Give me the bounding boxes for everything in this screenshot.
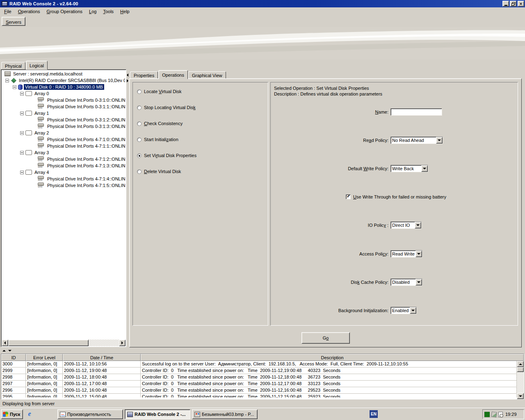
tree-item-drive[interactable]: SAS Physical Drive Int.Ports 0-3:1:2::ON…	[2, 116, 125, 123]
scroll-left-button[interactable]	[2, 340, 8, 346]
dropdown-button[interactable]	[415, 279, 422, 285]
tree-item-drive[interactable]: SAS Physical Drive Int.Ports 4-7:1:4::ON…	[2, 176, 125, 182]
close-button[interactable]: ×	[518, 1, 524, 7]
radio-set-virtual-disk-properties[interactable]: Set Virtual Disk Properties	[137, 152, 196, 159]
tray-app-icon[interactable]	[491, 411, 497, 418]
dropdown-button[interactable]	[410, 307, 416, 314]
tree-item-drive[interactable]: SAS Physical Drive Int.Ports 0-3:1:3::ON…	[2, 123, 125, 130]
collapse-minus-icon[interactable]	[20, 92, 24, 96]
radio-selected-icon[interactable]	[137, 153, 142, 158]
scrollbar-track[interactable]	[517, 372, 524, 393]
tree-item-server[interactable]: Server : serversql.metida.localhost	[2, 71, 125, 77]
internet-explorer-icon[interactable]: e	[25, 410, 34, 418]
scroll-down-button[interactable]	[517, 393, 524, 399]
menu-help[interactable]: Help	[117, 8, 133, 16]
dropdown-button[interactable]	[421, 165, 428, 172]
battery-checkbox-label: Use Write Through for failed or missing …	[353, 194, 446, 199]
restore-button[interactable]	[510, 1, 516, 7]
radio-delete-virtual-disk[interactable]: Delete Virtual Disk	[137, 168, 181, 175]
scroll-up-button[interactable]	[517, 361, 524, 367]
tree-item-drive[interactable]: SAS Physical Drive Int.Ports 0-3:1:1::ON…	[2, 103, 125, 110]
tree-item-array-0[interactable]: Array 0	[2, 90, 125, 97]
radio-icon[interactable]	[137, 105, 142, 110]
radio-check-consistency[interactable]: Check Consistency	[137, 120, 183, 127]
dropdown-button[interactable]	[415, 251, 422, 257]
menu-log[interactable]: Log	[86, 8, 100, 16]
menu-tools[interactable]: Tools	[100, 8, 117, 16]
menu-group-operations[interactable]: Group Operations	[43, 8, 86, 16]
radio-icon[interactable]	[137, 169, 142, 174]
radio-icon[interactable]	[137, 89, 142, 94]
log-row[interactable]: 2999 [Information, 0] 2009-11-12, 19:00:…	[1, 368, 517, 374]
tree-item-controller[interactable]: Intel(R) RAID Controller SRCSASBB8I (Bus…	[2, 77, 125, 84]
task-button-raid-console[interactable]: RAID Web Console 2 -...	[125, 409, 190, 419]
go-button[interactable]: Go	[301, 332, 350, 344]
radio-stop-locating-virtual-disk[interactable]: Stop Locating Virtual Disk	[137, 104, 196, 111]
collapse-minus-icon[interactable]	[5, 79, 9, 82]
scrollbar-thumb[interactable]	[517, 367, 524, 372]
menu-operations[interactable]: Operations	[15, 8, 43, 16]
log-row[interactable]: 2998 [Information, 0] 2009-11-12, 18:00:…	[1, 374, 517, 381]
battery-checkbox-row[interactable]: Use Write Through for failed or missing …	[346, 193, 446, 201]
collapse-minus-icon[interactable]	[13, 85, 16, 89]
start-button[interactable]: Пуск	[1, 409, 23, 419]
name-input[interactable]	[390, 108, 442, 116]
task-button-perfmon[interactable]: Производительность	[57, 409, 123, 419]
write-policy-select[interactable]: Write Back	[390, 165, 428, 172]
tree-item-virtual-disk[interactable]: Virtual Disk 0 : RAID 10 : 348090.0 MB	[2, 84, 125, 90]
tree-item-drive[interactable]: SAS Physical Drive Int.Ports 4-7:1:2::ON…	[2, 156, 125, 162]
dropdown-button[interactable]	[415, 222, 421, 228]
tree-item-array-3[interactable]: Array 3	[2, 149, 125, 156]
tree-item-drive[interactable]: SAS Physical Drive Int.Ports 0-3:1:0::ON…	[2, 97, 125, 103]
dropdown-button[interactable]	[436, 137, 443, 144]
log-header-date-time[interactable]: Date / Time	[63, 354, 141, 361]
log-header-id[interactable]: ID	[1, 354, 26, 361]
tree-item-drive[interactable]: SAS Physical Drive Int.Ports 4-7:1:0::ON…	[2, 136, 125, 143]
tab-logical[interactable]: Logical	[26, 61, 48, 70]
tree-item-drive[interactable]: SAS Physical Drive Int.Ports 4-7:1:1::ON…	[2, 143, 125, 149]
scrollbar-track[interactable]	[89, 340, 119, 346]
tab-operations[interactable]: Operations	[158, 70, 188, 79]
splitter-down-button[interactable]	[7, 349, 12, 352]
splitter-up-button[interactable]	[1, 349, 7, 352]
log-splitter[interactable]	[0, 348, 525, 353]
radio-icon[interactable]	[137, 121, 142, 126]
scrollbar-thumb[interactable]	[8, 340, 89, 346]
tree-item-drive[interactable]: SAS Physical Drive Int.Ports 4-7:1:5::ON…	[2, 182, 125, 189]
scroll-right-button[interactable]	[119, 340, 126, 346]
collapse-minus-icon[interactable]	[20, 112, 24, 115]
tree-item-array-2[interactable]: Array 2	[2, 130, 125, 136]
splitter-collapse-left-icon[interactable]	[127, 73, 128, 77]
tab-physical[interactable]: Physical	[1, 62, 25, 70]
splitter-collapse-right-icon[interactable]	[127, 79, 128, 82]
log-header-error-level[interactable]: Error Level	[26, 354, 63, 361]
tray-scheduler-icon[interactable]	[498, 412, 503, 417]
operations-tab-panel: Locate Virtual Disk Stop Locating Virtua…	[129, 78, 522, 347]
collapse-minus-icon[interactable]	[20, 171, 24, 174]
menu-file[interactable]: File	[1, 8, 15, 16]
radio-locate-virtual-disk[interactable]: Locate Virtual Disk	[137, 88, 182, 95]
radio-start-initialization[interactable]: Start Initialization	[137, 136, 178, 143]
access-policy-select[interactable]: Read Write	[390, 250, 422, 258]
checkbox-checked-icon[interactable]	[346, 194, 351, 199]
disk-cache-policy-select[interactable]: Disabled	[390, 278, 422, 286]
tray-grid-icon[interactable]	[484, 412, 490, 417]
tree-item-drive[interactable]: SAS Physical Drive Int.Ports 4-7:1:3::ON…	[2, 162, 125, 169]
collapse-minus-icon[interactable]	[20, 131, 24, 135]
servers-button[interactable]: Servers	[2, 17, 25, 26]
task-button-paint[interactable]: Безымянный03.bmp - P...	[192, 409, 258, 419]
radio-icon[interactable]	[137, 137, 142, 142]
log-header-description[interactable]: Description	[141, 354, 524, 361]
log-row[interactable]: 3000 [Information, 0] 2009-11-12, 10:10:…	[1, 361, 517, 368]
language-indicator[interactable]: EN	[370, 410, 378, 418]
tree-item-array-4[interactable]: Array 4	[2, 169, 125, 176]
log-row[interactable]: 2996 [Information, 0] 2009-11-12, 16:00:…	[1, 387, 517, 394]
tree-item-array-1[interactable]: Array 1	[2, 110, 125, 116]
io-policy-select[interactable]: Direct IO	[390, 221, 422, 229]
background-initialization-select[interactable]: Enabled	[390, 307, 417, 314]
log-row[interactable]: 2997 [Information, 0] 2009-11-12, 17:00:…	[1, 381, 517, 387]
read-policy-select[interactable]: No Read Ahead	[390, 137, 443, 144]
collapse-minus-icon[interactable]	[20, 151, 24, 155]
log-row-partial[interactable]: 2995 [Information, 0] 2009-11-12, 15:00:…	[1, 394, 517, 397]
minimize-button[interactable]	[502, 1, 509, 7]
